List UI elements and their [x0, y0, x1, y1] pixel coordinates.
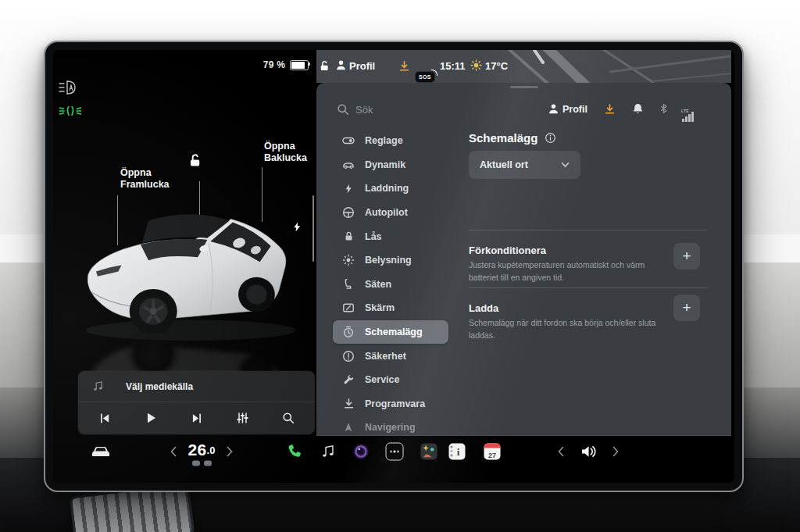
settings-sidebar: Reglage Dynamik Laddning Autopilot [331, 129, 450, 440]
section-divider [469, 230, 707, 230]
sidebar-item-label: Dynamik [365, 159, 405, 170]
scrollbar[interactable] [312, 195, 314, 262]
vehicle-3d-view[interactable] [75, 198, 306, 384]
precondition-title: Förkonditionera [469, 245, 546, 256]
add-precondition-schedule-button[interactable]: + [673, 243, 700, 270]
media-source-row[interactable]: Välj mediekälla [78, 371, 315, 402]
sidebar-item-schemalagg[interactable]: Schemalägg [333, 320, 448, 345]
section-divider [469, 287, 707, 288]
charge-title: Ladda [469, 302, 498, 314]
sidebar-item-saten[interactable]: Säten [331, 273, 450, 297]
sidebar-item-autopilot[interactable]: Autopilot [331, 201, 450, 225]
equalizer-sliders-icon[interactable] [227, 405, 258, 431]
frunk-open-label[interactable]: Öppna Framlucka [120, 167, 170, 191]
camera-app-icon[interactable] [353, 444, 370, 460]
trunk-open-label[interactable]: Öppna Baklucka [264, 141, 307, 164]
volume-down-chevron[interactable] [558, 446, 564, 457]
calendar-app-icon[interactable]: 27 [484, 444, 501, 460]
sidebar-item-laddning[interactable]: Laddning [331, 177, 450, 201]
sidebar-item-belysning[interactable]: Belysning [331, 248, 450, 273]
bluetooth-icon[interactable] [659, 102, 669, 115]
sidebar-item-label: Belysning [365, 255, 412, 266]
temp-increase-chevron[interactable] [227, 446, 233, 457]
light-sun-icon [342, 254, 355, 266]
sidebar-item-label: Service [365, 374, 399, 385]
sidebar-item-label: Programvara [365, 398, 425, 409]
sidebar-item-programvara[interactable]: Programvara [331, 392, 450, 416]
more-apps-icon[interactable] [386, 443, 404, 461]
alert-circle-icon [342, 350, 355, 362]
lte-signal-icon[interactable]: LTE [682, 110, 698, 123]
sidebar-item-service[interactable]: Service [331, 368, 450, 392]
next-track-button[interactable] [181, 405, 212, 431]
settings-panel: Sök Profil [316, 83, 731, 436]
music-app-icon[interactable] [321, 445, 336, 459]
precondition-description: Justera kupétemperaturen automatiskt och… [469, 259, 666, 284]
media-player-card[interactable]: Välj mediekälla [78, 371, 315, 434]
add-charge-schedule-button[interactable]: + [673, 295, 700, 321]
sidebar-item-label: Skärm [365, 302, 395, 313]
cabin-temp-value: 26 [188, 441, 207, 459]
bolt-icon [342, 183, 355, 195]
search-icon[interactable] [337, 103, 349, 116]
steering-wheel-icon [342, 206, 355, 219]
download-icon [342, 398, 355, 409]
battery-percent-label: 79 % [263, 59, 285, 70]
unlocked-padlock-icon[interactable] [188, 153, 203, 168]
sidebar-item-skarm[interactable]: Skärm [331, 296, 450, 320]
manual-glyph: i [457, 445, 460, 458]
outside-temperature-label: 17°C [485, 60, 508, 72]
sidebar-item-label: Navigering [365, 422, 416, 433]
software-update-icon[interactable] [398, 60, 410, 72]
page-title: Schemalägg [469, 131, 538, 145]
sidebar-item-label: Lås [365, 231, 382, 242]
calendar-day-label: 27 [488, 451, 496, 459]
charge-description: Schemalägg när ditt fordon ska börja och… [469, 317, 666, 342]
battery-status: 79 % [263, 59, 309, 70]
weather-sun-icon [470, 59, 482, 71]
touchscreen-device: 79 % [44, 41, 744, 492]
search-input[interactable]: Sök [355, 104, 373, 116]
seat-heater-left-icon [192, 461, 200, 466]
tesla-touchscreen-photo: 79 % [0, 0, 800, 532]
sidebar-item-label: Reglage [365, 135, 403, 146]
sidebar-item-sakerhet[interactable]: Säkerhet [331, 344, 450, 368]
temp-decrease-chevron[interactable] [170, 446, 177, 457]
seat-heater-right-icon [204, 461, 212, 466]
cabin-temperature-control[interactable]: 26 .0 [188, 441, 216, 459]
touchscreen-display: 79 % [53, 50, 734, 483]
location-select-value: Aktuell ort [480, 159, 528, 170]
sos-badge: SOS [415, 71, 435, 83]
toybox-app-icon[interactable] [421, 444, 438, 460]
schedule-clock-icon [342, 326, 355, 338]
vehicle-controls-icon[interactable] [91, 445, 111, 459]
location-select[interactable]: Aktuell ort [469, 151, 580, 179]
display-icon [342, 302, 355, 314]
vehicle-unlocked-icon[interactable] [319, 60, 330, 72]
profile-label[interactable]: Profil [562, 104, 588, 115]
notifications-bell-icon[interactable] [632, 102, 644, 115]
profile-icon[interactable] [548, 103, 559, 115]
sidebar-item-dynamik[interactable]: Dynamik [331, 153, 450, 177]
media-search-icon[interactable] [273, 405, 304, 431]
sidebar-item-reglage[interactable]: Reglage [331, 129, 450, 153]
previous-track-button[interactable] [89, 405, 120, 431]
map-background-strip: Profil SOS 15:11 17°C [316, 50, 731, 83]
sidebar-item-label: Schemalägg [365, 327, 423, 337]
cabin-temp-decimal: .0 [207, 445, 216, 456]
owners-manual-app-icon[interactable]: i [449, 444, 466, 460]
software-update-icon[interactable] [604, 103, 616, 115]
speaker-volume-icon[interactable] [580, 445, 598, 459]
auto-high-beam-icon [58, 80, 81, 95]
phone-app-icon[interactable] [287, 444, 302, 459]
lock-icon [342, 230, 355, 242]
play-button[interactable] [135, 405, 166, 431]
volume-up-chevron[interactable] [612, 446, 619, 457]
info-icon[interactable] [545, 132, 556, 144]
sidebar-item-label: Säkerhet [365, 351, 406, 362]
driver-profile-icon[interactable] [335, 59, 347, 71]
panel-drag-handle[interactable] [510, 86, 538, 88]
sidebar-item-las[interactable]: Lås [331, 224, 450, 248]
car-side-icon [342, 159, 355, 171]
driver-profile-label[interactable]: Profil [349, 60, 375, 72]
